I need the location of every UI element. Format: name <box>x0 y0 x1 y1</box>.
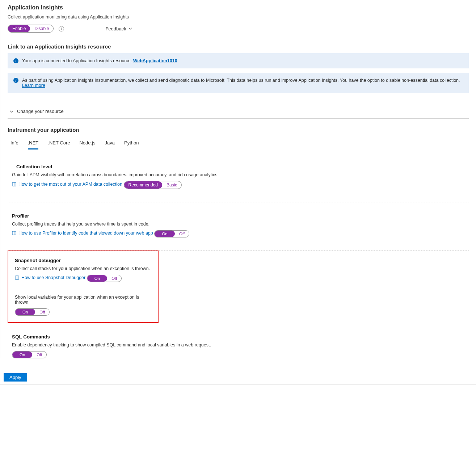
tab-nodejs[interactable]: Node.js <box>79 139 95 149</box>
collection-level-toggle[interactable]: Recommended Basic <box>124 181 182 189</box>
tab-info[interactable]: Info <box>10 139 18 149</box>
info-banner-text: As part of using Application Insights in… <box>22 78 463 88</box>
profiler-help-link[interactable]: How to use Profiler to identify code tha… <box>12 231 153 236</box>
sql-heading: SQL Commands <box>12 334 469 340</box>
info-banner-diagnostic: i As part of using Application Insights … <box>8 73 469 93</box>
change-resource-expander[interactable]: Change your resource <box>8 104 469 119</box>
resource-link[interactable]: WebApplication1010 <box>133 58 177 63</box>
sql-on[interactable]: On <box>12 351 32 358</box>
sql-desc: Enable dependency tracking to show compi… <box>12 342 469 347</box>
snapshot-localvars-on[interactable]: On <box>15 309 35 315</box>
snapshot-heading: Snapshot debugger <box>15 258 151 263</box>
page-subtitle: Collect application monitoring data usin… <box>8 14 469 20</box>
profiler-off[interactable]: Off <box>175 231 189 237</box>
learn-more-link[interactable]: Learn more <box>22 83 45 88</box>
feedback-button[interactable]: Feedback <box>105 26 132 31</box>
snapshot-localvars-desc: Show local variables for your applicatio… <box>15 295 151 305</box>
info-icon: i <box>13 78 18 83</box>
snapshot-localvars-toggle[interactable]: On Off <box>15 308 50 316</box>
sql-toggle[interactable]: On Off <box>12 351 47 358</box>
apply-button[interactable]: Apply <box>4 373 27 382</box>
link-resource-heading: Link to an Application Insights resource <box>8 43 469 50</box>
collection-desc: Gain full APM visibility with correlatio… <box>12 172 469 177</box>
instrument-heading: Instrument your application <box>8 127 469 133</box>
collection-heading: Collection level <box>16 164 469 169</box>
info-icon: i <box>13 58 18 63</box>
snapshot-toggle[interactable]: On Off <box>87 275 122 282</box>
info-banner-text: Your app is connected to Application Ins… <box>22 58 177 63</box>
appinsights-toggle-enable[interactable]: Enable <box>8 25 30 32</box>
sql-off[interactable]: Off <box>32 351 46 358</box>
tab-python[interactable]: Python <box>124 139 139 149</box>
page-title: Application Insights <box>8 4 469 11</box>
tab-dotnetcore[interactable]: .NET Core <box>48 139 70 149</box>
chevron-down-icon <box>129 27 132 30</box>
snapshot-on[interactable]: On <box>87 275 107 282</box>
tab-dotnet[interactable]: .NET <box>28 139 39 149</box>
snapshot-localvars-off[interactable]: Off <box>35 309 49 315</box>
instrument-tabs: Info .NET .NET Core Node.js Java Python <box>10 139 469 149</box>
book-icon <box>12 182 16 186</box>
book-icon <box>15 275 19 280</box>
collection-recommended[interactable]: Recommended <box>124 181 162 189</box>
profiler-toggle[interactable]: On Off <box>154 230 189 237</box>
tab-java[interactable]: Java <box>105 139 115 149</box>
collection-basic[interactable]: Basic <box>162 181 181 189</box>
snapshot-off[interactable]: Off <box>107 275 121 282</box>
profiler-on[interactable]: On <box>155 231 174 237</box>
appinsights-toggle-disable[interactable]: Disable <box>30 25 53 32</box>
change-resource-label: Change your resource <box>17 109 64 114</box>
info-icon[interactable]: i <box>59 26 64 31</box>
snapshot-debugger-highlight: Snapshot debugger Collect call stacks fo… <box>8 250 159 323</box>
snapshot-help-link[interactable]: How to use Snapshot Debugger <box>15 275 85 280</box>
profiler-heading: Profiler <box>12 213 469 219</box>
book-icon <box>12 231 16 235</box>
appinsights-toggle[interactable]: Enable Disable <box>8 25 54 33</box>
feedback-label: Feedback <box>105 26 126 31</box>
info-banner-connected: i Your app is connected to Application I… <box>8 53 469 68</box>
chevron-down-icon <box>10 110 13 113</box>
profiler-desc: Collect profiling traces that help you s… <box>12 222 469 227</box>
snapshot-desc: Collect call stacks for your application… <box>15 266 151 271</box>
collection-help-link[interactable]: How to get the most out of your APM data… <box>12 182 122 187</box>
